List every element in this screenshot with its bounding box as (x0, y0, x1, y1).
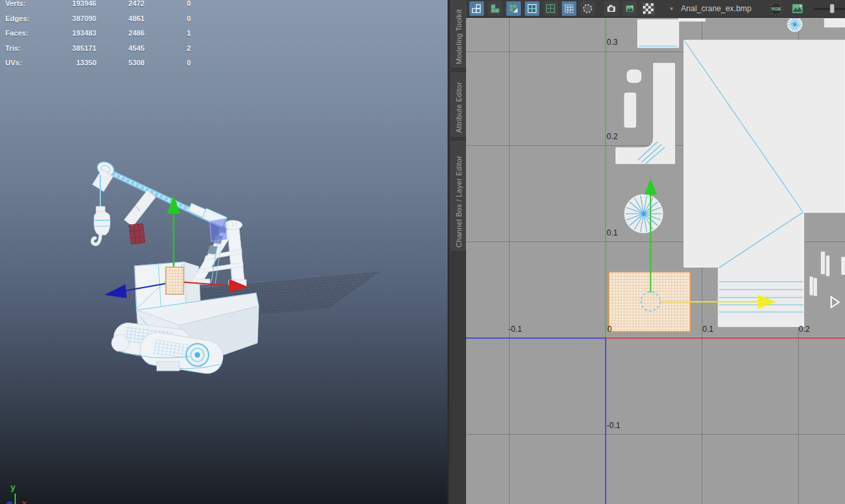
uv-distortion-icon[interactable] (506, 1, 521, 16)
hud-selected: 2486 (96, 29, 145, 37)
shade-uvs-icon[interactable] (580, 1, 595, 16)
viewport-axis-indicator: y x (0, 476, 86, 504)
hud-total: 385171 (44, 44, 96, 52)
maya-window: Verts: 193946 2472 0 Edges: 387090 4861 … (0, 0, 845, 504)
hud-total: 387090 (44, 15, 96, 22)
hud-extra: 0 (145, 59, 191, 67)
hud-row-tris: Tris: 385171 4545 2 (5, 41, 203, 56)
red-uv-quad (129, 224, 145, 244)
hud-selected: 4545 (96, 44, 145, 52)
rgb-channels-icon[interactable]: RGB (770, 3, 782, 15)
tab-label: Attribute Editor (455, 82, 463, 133)
hud-total: 193946 (44, 0, 96, 7)
hud-row-faces: Faces: 193483 2486 1 (5, 26, 203, 41)
hud-extra: 0 (145, 15, 191, 22)
image-channel-icon[interactable] (790, 1, 805, 16)
manipulator-z-arrow (104, 284, 127, 298)
uv-grid-canvas (466, 18, 845, 504)
hud-extra: 0 (145, 0, 191, 7)
checker-glyph (643, 3, 654, 14)
uv-editor-panel: ▾ Anal_crane_ex.bmp RGB (466, 0, 845, 504)
u-tick-neg0.1: -0.1 (508, 325, 522, 334)
hud-row-edges: Edges: 387090 4861 0 (5, 11, 203, 26)
tab-modeling-toolkit[interactable]: Modeling Toolkit (451, 0, 466, 67)
tab-channel-box-layer-editor[interactable]: Channel Box / Layer Editor (451, 141, 466, 251)
hud-selected: 2472 (96, 0, 145, 7)
blue-uv-quad (210, 219, 226, 241)
exposure-slider[interactable] (814, 4, 845, 13)
display-image-icon[interactable] (623, 1, 637, 16)
v-tick-0.3: 0.3 (607, 38, 618, 47)
u-tick-0.1: 0.1 (702, 325, 714, 334)
uv-canvas[interactable]: 0.3 0.2 0.1 -0.1 -0.1 0 0.1 0.2 (466, 18, 845, 504)
texture-filename[interactable]: Anal_crane_ex.bmp (681, 4, 752, 13)
panel-tab-strip: Modeling Toolkit Attribute Editor Channe… (448, 0, 466, 504)
tab-label: Channel Box / Layer Editor (455, 156, 463, 247)
hud-row-verts: Verts: 193946 2472 0 (5, 0, 203, 11)
u-tick-0: 0 (607, 325, 612, 334)
uv-toolbar: ▾ Anal_crane_ex.bmp RGB (466, 0, 845, 18)
hud-label: Edges: (5, 15, 44, 22)
crane-model-canvas (0, 0, 448, 504)
hud-total: 13350 (44, 59, 96, 67)
hud-label: Tris: (5, 44, 44, 52)
z-axis-dot (7, 501, 13, 504)
v-tick-neg0.1: -0.1 (607, 421, 621, 430)
hud-selected: 4861 (96, 15, 145, 22)
floating-plate (124, 191, 155, 226)
hud-selected: 5308 (96, 59, 145, 67)
hud-extra: 1 (145, 29, 191, 37)
uv-snapshot-icon[interactable] (604, 1, 619, 16)
v-tick-0.2: 0.2 (607, 132, 618, 141)
hud-extra: 2 (145, 44, 191, 52)
image-display-icon[interactable] (525, 1, 539, 16)
v-tick-0.1: 0.1 (607, 228, 618, 237)
x-axis-label: x (22, 498, 26, 504)
tab-attribute-editor[interactable]: Attribute Editor (451, 73, 466, 137)
hud-label: Verts: (5, 0, 44, 7)
u-tick-0.2: 0.2 (799, 325, 810, 334)
tab-label: Modeling Toolkit (455, 9, 463, 64)
poly-count-hud: Verts: 193946 2472 0 Edges: 387090 4861 … (5, 0, 203, 71)
hud-label: Faces: (5, 29, 44, 37)
viewport-3d[interactable]: Verts: 193946 2472 0 Edges: 387090 4861 … (0, 0, 448, 504)
slider-handle[interactable] (830, 4, 834, 13)
hud-label: UVs: (5, 59, 44, 67)
pixel-grid-icon[interactable] (562, 1, 576, 16)
starburst-shell (788, 18, 802, 32)
uv-shells-icon[interactable] (469, 1, 484, 16)
rgb-label: RGB (772, 7, 781, 11)
hud-total: 193483 (44, 29, 96, 37)
hud-row-uvs: UVs: 13350 5308 0 (5, 55, 203, 71)
checker-map-icon[interactable] (641, 1, 656, 16)
selected-uv-quad (166, 267, 184, 294)
image-border-icon[interactable] (543, 1, 558, 16)
uv-tiles-icon[interactable] (488, 1, 502, 16)
y-axis-label: y (11, 482, 15, 492)
y-axis-line (15, 493, 16, 504)
chevron-down-icon[interactable]: ▾ (670, 5, 673, 12)
